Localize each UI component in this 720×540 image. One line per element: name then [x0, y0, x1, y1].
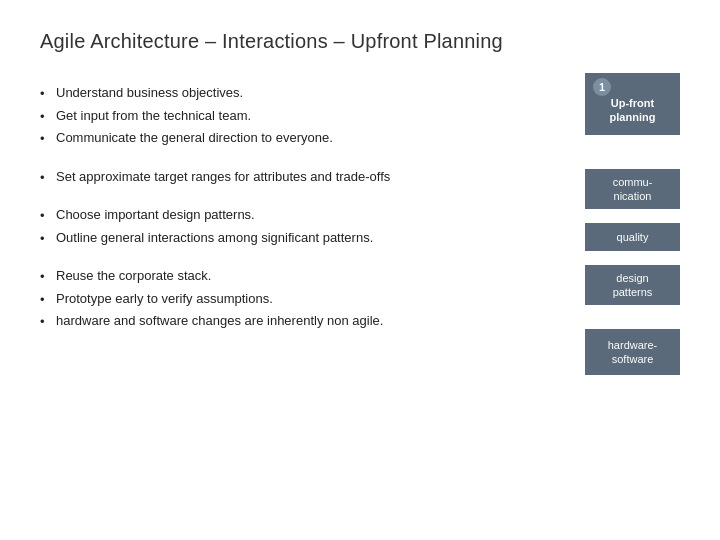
bullet-icon: • — [40, 290, 48, 310]
list-item: • Prototype early to verify assumptions. — [40, 289, 585, 310]
sidebar-item-upfront: 1 Up-frontplanning — [585, 73, 680, 135]
bullet-icon: • — [40, 229, 48, 249]
bullet-text: Outline general interactions among signi… — [56, 228, 373, 248]
bullet-icon: • — [40, 312, 48, 332]
sidebar-item-design-patterns: designpatterns — [585, 265, 680, 305]
bullet-text: Communicate the general direction to eve… — [56, 128, 333, 148]
sidebar-item-hardware-software: hardware-software — [585, 329, 680, 375]
bullet-text: Get input from the technical team. — [56, 106, 251, 126]
list-item: • Choose important design patterns. — [40, 205, 585, 226]
section-design: • Choose important design patterns. • Ou… — [40, 205, 585, 248]
sidebar-gap-1 — [585, 138, 680, 166]
list-item: • Understand business objectives. — [40, 83, 585, 104]
bullet-sections: • Understand business objectives. • Get … — [40, 83, 585, 375]
content-area: • Understand business objectives. • Get … — [40, 83, 680, 375]
bullet-icon: • — [40, 168, 48, 188]
list-item: • Set approximate target ranges for attr… — [40, 167, 585, 188]
sidebar-label-communication: commu-nication — [613, 175, 653, 204]
list-item: • Outline general interactions among sig… — [40, 228, 585, 249]
bullet-text: Set approximate target ranges for attrib… — [56, 167, 390, 187]
bullet-text: Choose important design patterns. — [56, 205, 255, 225]
page: Agile Architecture – Interactions – Upfr… — [0, 0, 720, 540]
section-target: • Set approximate target ranges for attr… — [40, 167, 585, 188]
sidebar-gap-4 — [585, 308, 680, 326]
sidebar-label-design-patterns: designpatterns — [613, 271, 653, 300]
sidebar-label-quality: quality — [617, 230, 649, 244]
bullet-icon: • — [40, 267, 48, 287]
sidebar-gap-3 — [585, 254, 680, 262]
sidebar-label: Up-frontplanning — [610, 96, 656, 125]
sidebar: 1 Up-frontplanning commu-nication qualit… — [585, 73, 680, 375]
sidebar-gap-2 — [585, 212, 680, 220]
page-title: Agile Architecture – Interactions – Upfr… — [40, 30, 680, 53]
bullet-icon: • — [40, 206, 48, 226]
list-item: • Reuse the corporate stack. — [40, 266, 585, 287]
bullet-icon: • — [40, 107, 48, 127]
sidebar-item-communication: commu-nication — [585, 169, 680, 209]
bullet-text: Reuse the corporate stack. — [56, 266, 211, 286]
bullet-text: hardware and software changes are inhere… — [56, 311, 383, 331]
list-item: • hardware and software changes are inhe… — [40, 311, 585, 332]
sidebar-label-hardware-software: hardware-software — [608, 338, 658, 367]
bullet-text: Understand business objectives. — [56, 83, 243, 103]
bullet-icon: • — [40, 84, 48, 104]
sidebar-number: 1 — [593, 78, 611, 96]
list-item: • Get input from the technical team. — [40, 106, 585, 127]
section-objectives: • Understand business objectives. • Get … — [40, 83, 585, 149]
bullet-icon: • — [40, 129, 48, 149]
section-hardware: • Reuse the corporate stack. • Prototype… — [40, 266, 585, 332]
bullet-text: Prototype early to verify assumptions. — [56, 289, 273, 309]
sidebar-item-quality: quality — [585, 223, 680, 251]
list-item: • Communicate the general direction to e… — [40, 128, 585, 149]
